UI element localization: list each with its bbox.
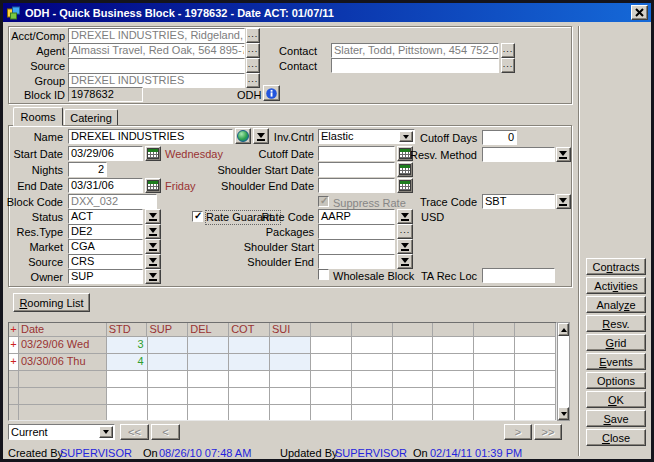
grid-cell[interactable] [393, 388, 434, 405]
grid-cell[interactable] [311, 354, 352, 371]
grid-cell[interactable] [107, 371, 148, 388]
inv-cntrl-dropdown-button[interactable] [399, 131, 413, 142]
side-button-options[interactable]: Options [586, 372, 646, 389]
tab-catering[interactable]: Catering [64, 109, 118, 126]
rate-guarant-checkbox[interactable] [192, 211, 203, 222]
group-field[interactable]: DREXEL INDUSTRIES [68, 73, 245, 88]
grid-cell[interactable] [148, 388, 189, 405]
grid-column-header-cot[interactable]: COT [229, 323, 270, 337]
grid-cell[interactable] [474, 337, 515, 354]
source2-lov-button[interactable] [145, 254, 161, 269]
rate-code-field[interactable]: AARP [318, 209, 395, 224]
grid-cell[interactable] [229, 388, 270, 405]
grid-cell-date[interactable]: 03/29/06 Wed [19, 337, 107, 354]
grid-cell[interactable] [352, 388, 393, 405]
odh-info-button[interactable] [263, 85, 280, 101]
grid-expand-all-icon[interactable]: + [9, 323, 19, 337]
grid-row[interactable] [9, 405, 556, 421]
contact2-field[interactable] [331, 58, 499, 73]
grid-cell[interactable] [474, 371, 515, 388]
grid-cell[interactable] [311, 371, 352, 388]
res-type-field[interactable]: DE2 [68, 224, 143, 239]
grid-cell[interactable] [107, 405, 148, 421]
shoulder-end-field[interactable] [318, 254, 395, 269]
contact2-lookup-button[interactable]: ... [501, 58, 515, 73]
grid-cell-date[interactable] [19, 405, 107, 421]
inv-cntrl-select[interactable]: Elastic [318, 129, 415, 144]
grid-row[interactable] [9, 388, 556, 405]
grid-cell[interactable] [188, 354, 229, 371]
cutoff-days-field[interactable]: 0 [482, 130, 517, 145]
grid-cell[interactable] [148, 405, 189, 421]
side-button-save[interactable]: Save [586, 410, 646, 427]
contact1-field[interactable]: Slater, Todd, Pittstown, 454 752-0885 [331, 43, 499, 58]
view-dropdown-button[interactable] [99, 426, 113, 438]
grid-cell-date[interactable] [19, 388, 107, 405]
grid-cell[interactable] [433, 405, 474, 421]
nav-prev-button[interactable]: < [151, 424, 180, 440]
side-button-close[interactable]: Close [586, 429, 646, 446]
scroll-down-button[interactable] [558, 407, 569, 420]
shoulder-end-lov-button[interactable] [397, 254, 413, 269]
acct-comp-field[interactable]: DREXEL INDUSTRIES, Ridgeland, 564 52 [68, 28, 245, 43]
rooming-list-button[interactable]: Rooming List [13, 293, 90, 312]
side-button-events[interactable]: Events [586, 353, 646, 370]
res-type-lov-button[interactable] [145, 224, 161, 239]
grid-cell[interactable] [270, 337, 311, 354]
agent-field[interactable]: Almassi Travel, Red Oak, 564 895-7954 [68, 43, 245, 58]
grid-cell[interactable] [433, 388, 474, 405]
grid-cell[interactable] [148, 337, 189, 354]
grid-cell[interactable] [270, 371, 311, 388]
room-grid[interactable]: +DateSTDSUPDELCOTSUI+03/29/06 Wed3+03/30… [8, 322, 557, 421]
grid-row[interactable]: +03/30/06 Thu4 [9, 354, 556, 371]
grid-scrollbar[interactable] [557, 322, 570, 421]
resv-method-lov-button[interactable] [556, 147, 571, 162]
side-button-contracts[interactable]: Contracts [586, 258, 646, 275]
ta-rec-loc-field[interactable] [482, 268, 555, 283]
grid-cell[interactable] [270, 354, 311, 371]
side-button-grid[interactable]: Grid [586, 334, 646, 351]
rate-code-lov-button[interactable] [397, 209, 413, 224]
source-lookup-button[interactable]: ... [246, 58, 260, 73]
grid-column-header-date[interactable]: Date [19, 323, 107, 337]
grid-cell[interactable] [515, 388, 556, 405]
contact1-lookup-button[interactable]: ... [501, 43, 515, 58]
grid-cell[interactable] [229, 337, 270, 354]
side-button-resv[interactable]: Resv. [586, 315, 646, 332]
grid-cell[interactable] [270, 388, 311, 405]
grid-cell[interactable] [188, 337, 229, 354]
grid-cell[interactable] [188, 405, 229, 421]
source2-field[interactable]: CRS [68, 254, 143, 269]
source-field[interactable] [68, 58, 245, 73]
shoulder-end-date-field[interactable] [318, 178, 395, 193]
grid-cell[interactable] [311, 337, 352, 354]
grid-cell[interactable] [474, 405, 515, 421]
end-date-field[interactable]: 03/31/06 [68, 178, 143, 193]
wholesale-block-checkbox[interactable] [318, 269, 329, 280]
agent-lookup-button[interactable]: ... [246, 43, 260, 58]
trace-code-field[interactable]: SBT [482, 194, 555, 209]
grid-column-header-sup[interactable]: SUP [147, 323, 188, 337]
grid-cell[interactable]: 4 [107, 354, 148, 371]
grid-cell[interactable] [352, 354, 393, 371]
grid-cell[interactable] [433, 371, 474, 388]
grid-cell[interactable] [270, 405, 311, 421]
grid-cell[interactable] [515, 354, 556, 371]
shoulder-start-date-calendar-button[interactable] [397, 162, 413, 177]
packages-field[interactable] [318, 224, 395, 239]
owner-lov-button[interactable] [145, 269, 161, 284]
tab-rooms[interactable]: Rooms [13, 107, 63, 126]
owner-field[interactable]: SUP [68, 269, 143, 284]
side-button-ok[interactable]: OK [586, 391, 646, 408]
grid-cell[interactable] [352, 337, 393, 354]
nav-last-button[interactable]: >> [534, 424, 562, 440]
grid-row[interactable] [9, 371, 556, 388]
grid-row[interactable]: +03/29/06 Wed3 [9, 337, 556, 354]
grid-cell[interactable] [474, 388, 515, 405]
nights-field[interactable]: 2 [68, 162, 107, 177]
grid-cell-date[interactable] [19, 371, 107, 388]
grid-cell[interactable] [515, 337, 556, 354]
start-date-field[interactable]: 03/29/06 [68, 146, 143, 161]
grid-cell[interactable] [229, 354, 270, 371]
acct-comp-lookup-button[interactable]: ... [246, 28, 260, 43]
